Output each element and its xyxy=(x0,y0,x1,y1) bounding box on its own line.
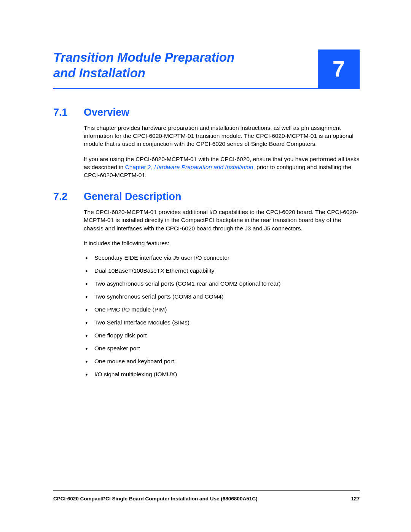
chapter-header: Transition Module Preparation and Instal… xyxy=(53,50,360,89)
paragraph: This chapter provides hardware preparati… xyxy=(84,124,360,148)
list-item: One mouse and keyboard port xyxy=(84,358,360,366)
list-item: I/O signal multiplexing (IOMUX) xyxy=(84,371,360,379)
document-page: Transition Module Preparation and Instal… xyxy=(0,0,411,532)
list-item: One speaker port xyxy=(84,345,360,353)
footer-doc-title: CPCI-6020 CompactPCI Single Board Comput… xyxy=(53,496,257,502)
section-body: This chapter provides hardware preparati… xyxy=(84,124,360,179)
feature-list: Secondary EIDE interface via J5 user I/O… xyxy=(84,254,360,378)
list-item: Secondary EIDE interface via J5 user I/O… xyxy=(84,254,360,262)
cross-reference-link[interactable]: Chapter 2, xyxy=(125,164,155,170)
section-overview: 7.1 Overview This chapter provides hardw… xyxy=(53,107,360,179)
section-heading: 7.1 Overview xyxy=(53,107,360,118)
section-title: General Description xyxy=(84,191,182,203)
paragraph: If you are using the CPCI-6020-MCPTM-01 … xyxy=(84,155,360,179)
footer-rule xyxy=(53,490,360,491)
paragraph-text: This chapter provides hardware preparati… xyxy=(84,125,354,147)
paragraph-text: It includes the following features: xyxy=(84,240,169,246)
chapter-number: 7 xyxy=(333,56,345,81)
chapter-number-box: 7 xyxy=(318,50,360,88)
list-item: One floppy disk port xyxy=(84,332,360,340)
list-item: Two synchronous serial ports (COM3 and C… xyxy=(84,293,360,301)
chapter-title: Transition Module Preparation and Instal… xyxy=(53,50,259,88)
section-number: 7.2 xyxy=(53,191,84,203)
paragraph-text: The CPCI-6020-MCPTM-01 provides addition… xyxy=(84,209,358,232)
section-body: The CPCI-6020-MCPTM-01 provides addition… xyxy=(84,208,360,379)
list-item: Two asynchronous serial ports (COM1-rear… xyxy=(84,280,360,288)
paragraph: It includes the following features: xyxy=(84,239,360,247)
page-footer: CPCI-6020 CompactPCI Single Board Comput… xyxy=(53,496,360,502)
paragraph: The CPCI-6020-MCPTM-01 provides addition… xyxy=(84,208,360,232)
section-title: Overview xyxy=(84,107,129,118)
list-item: One PMC I/O module (PIM) xyxy=(84,306,360,314)
section-general-description: 7.2 General Description The CPCI-6020-MC… xyxy=(53,191,360,379)
footer-page-number: 127 xyxy=(351,496,360,502)
list-item: Two Serial Interface Modules (SIMs) xyxy=(84,319,360,327)
section-number: 7.1 xyxy=(53,107,84,118)
section-heading: 7.2 General Description xyxy=(53,191,360,203)
cross-reference-link-italic[interactable]: Hardware Preparation and Installation xyxy=(154,164,253,170)
list-item: Dual 10BaseT/100BaseTX Ethernet capabili… xyxy=(84,267,360,275)
